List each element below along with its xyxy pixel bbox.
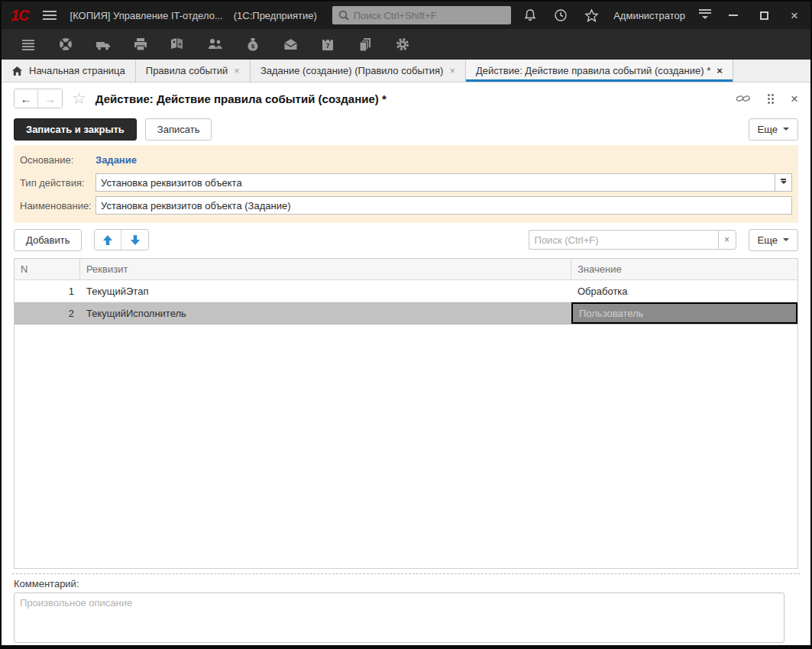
comment-label: Комментарий: (14, 578, 798, 589)
app-title: [КОПИЯ] Управление IT-отдело... (70, 10, 223, 21)
add-row-button[interactable]: Добавить (14, 229, 82, 251)
svg-text:7: 7 (325, 42, 329, 50)
row-value[interactable]: Обработка (571, 280, 797, 302)
base-field-label: Основание: (20, 154, 95, 166)
action-type-dropdown-button[interactable] (775, 173, 792, 192)
tab-label: Задание (создание) (Правило события) (260, 65, 443, 76)
row-attribute[interactable]: ТекущийЭтап (80, 280, 571, 302)
name-field-label: Наименование: (20, 200, 95, 211)
link-icon[interactable] (736, 92, 751, 105)
more-button-label: Еще (758, 124, 778, 135)
money-bag-icon[interactable]: $ (244, 36, 261, 53)
global-search-input[interactable]: Поиск Ctrl+Shift+F (332, 6, 511, 24)
tab-close-icon[interactable]: × (449, 66, 455, 76)
focused-value-cell[interactable]: Пользователь (571, 302, 797, 324)
title-bar: 1С [КОПИЯ] Управление IT-отдело... (1С:П… (2, 2, 810, 29)
tab-task-creation[interactable]: Задание (создание) (Правило события) × (251, 60, 466, 82)
arrow-down-icon (130, 234, 141, 246)
minimize-button[interactable] (725, 7, 742, 24)
nav-back-button[interactable]: ← (15, 89, 38, 108)
users-icon[interactable] (207, 36, 224, 53)
calendar-icon[interactable]: 7 (319, 36, 336, 53)
form-caption-row: ← → ☆ Действие: Действие правила событий… (2, 82, 810, 115)
form-close-icon[interactable]: × (791, 92, 798, 105)
gear-icon[interactable] (394, 36, 411, 53)
grid-search-input[interactable] (529, 230, 718, 250)
grid-toolbar: Добавить × Еще (2, 223, 810, 253)
arrow-up-icon (102, 234, 113, 246)
tab-event-rules[interactable]: Правила событий × (136, 60, 251, 82)
form-title: Действие: Действие правила событий (созд… (95, 92, 387, 105)
open-windows-tabbar: Начальная страница Правила событий × Зад… (2, 60, 810, 82)
nav-forward-button[interactable]: → (38, 89, 62, 108)
table-row-selected[interactable]: 2 ТекущийИсполнитель Пользователь (15, 302, 797, 324)
column-header-attr[interactable]: Реквизит (80, 259, 571, 279)
tab-home[interactable]: Начальная страница (2, 60, 136, 82)
more-dots-icon[interactable] (768, 94, 774, 104)
attributes-table: N Реквизит Значение 1 ТекущийЭтап Обрабо… (14, 258, 798, 569)
comment-section: Комментарий: (2, 574, 810, 646)
mail-icon[interactable] (282, 36, 299, 53)
favorite-star-icon[interactable]: ☆ (72, 89, 86, 108)
tab-label: Начальная страница (29, 65, 125, 76)
favorites-star-icon[interactable] (583, 7, 600, 24)
tab-action-creation[interactable]: Действие: Действие правила событий (созд… (466, 60, 733, 82)
table-row[interactable]: 1 ТекущийЭтап Обработка (15, 280, 797, 302)
main-menu-icon[interactable] (40, 8, 60, 23)
column-header-n[interactable]: N (15, 259, 80, 279)
copies-icon[interactable] (357, 36, 374, 53)
svg-text:$: $ (251, 43, 255, 50)
form-fields-panel: Основание: Задание Тип действия: Наимено… (14, 145, 798, 223)
current-user-label[interactable]: Администратор (613, 10, 685, 21)
window-close-button[interactable]: × (786, 7, 803, 24)
map-flags-icon[interactable] (170, 36, 186, 53)
1c-logo: 1С (8, 7, 29, 24)
app-suffix: (1С:Предприятие) (234, 10, 317, 21)
table-header-row: N Реквизит Значение (15, 259, 797, 280)
search-clear-icon[interactable]: × (718, 230, 736, 250)
search-icon (338, 10, 349, 21)
row-attribute[interactable]: ТекущийИсполнитель (80, 302, 571, 324)
notifications-bell-icon[interactable] (522, 7, 539, 24)
truck-icon[interactable] (95, 36, 112, 53)
action-type-label: Тип действия: (20, 177, 95, 189)
list-menu-icon[interactable] (20, 36, 37, 53)
tab-label: Действие: Действие правила событий (созд… (476, 65, 710, 76)
grid-more-label: Еще (758, 234, 778, 246)
chevron-down-icon (783, 238, 789, 244)
save-button[interactable]: Записать (145, 118, 212, 140)
helm-wheel-icon[interactable] (57, 36, 74, 53)
action-type-input[interactable] (95, 173, 775, 192)
name-input[interactable] (95, 196, 792, 215)
home-icon (11, 66, 23, 76)
tab-label: Правила событий (146, 65, 228, 76)
move-down-button[interactable] (121, 230, 148, 250)
global-search-placeholder: Поиск Ctrl+Shift+F (354, 10, 437, 21)
comment-textarea[interactable] (14, 592, 785, 643)
command-bar: Записать и закрыть Записать Еще (2, 115, 810, 144)
sections-toolbar: $ 7 (2, 29, 810, 60)
history-icon[interactable] (552, 7, 569, 24)
maximize-button[interactable] (755, 7, 772, 24)
tab-close-icon[interactable]: × (717, 66, 723, 76)
move-up-button[interactable] (95, 230, 121, 250)
tab-close-icon[interactable]: × (234, 66, 240, 76)
grid-more-button[interactable]: Еще (749, 229, 798, 251)
save-and-close-button[interactable]: Записать и закрыть (14, 118, 137, 140)
column-header-value[interactable]: Значение (571, 259, 797, 279)
more-button[interactable]: Еще (749, 118, 798, 140)
row-number: 2 (15, 302, 80, 324)
base-value-link[interactable]: Задание (95, 154, 137, 166)
printer-icon[interactable] (132, 36, 149, 53)
row-number: 1 (15, 280, 80, 302)
app-window: 1С [КОПИЯ] Управление IT-отдело... (1С:П… (0, 0, 812, 649)
chevron-down-icon (783, 128, 789, 134)
service-menu-icon[interactable] (699, 9, 711, 22)
